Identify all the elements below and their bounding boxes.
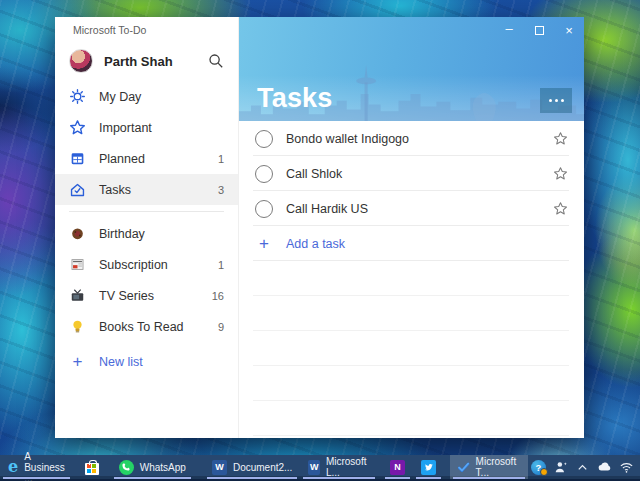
favorite-star-icon[interactable] bbox=[553, 131, 568, 146]
sidebar: Microsoft To-Do Parth Shah bbox=[55, 17, 238, 438]
favorite-star-icon[interactable] bbox=[553, 201, 568, 216]
help-icon[interactable]: ? bbox=[528, 455, 550, 479]
taskbar-button-whatsapp[interactable]: WhatsApp bbox=[111, 455, 194, 479]
sidebar-item-books-to-read[interactable]: Books To Read 9 bbox=[55, 311, 238, 342]
task-title: Bondo wallet Indigogo bbox=[286, 132, 553, 146]
task-list-pane: – × Tasks Bondo wallet Indigogo bbox=[238, 17, 584, 438]
sidebar-item-count: 1 bbox=[218, 153, 224, 165]
taskbar: || e A Business ... WhatsApp W Document2… bbox=[0, 455, 640, 481]
more-options-button[interactable] bbox=[540, 88, 572, 113]
task-title: Call Hardik US bbox=[286, 202, 553, 216]
list-title: Tasks bbox=[257, 83, 333, 114]
taskbar-button-label: Microsoft T... bbox=[476, 456, 520, 478]
sidebar-item-tasks[interactable]: Tasks 3 bbox=[55, 174, 238, 205]
newspaper-icon bbox=[69, 256, 86, 273]
onenote-icon: N bbox=[390, 460, 405, 475]
ellipsis-icon bbox=[549, 99, 552, 102]
maximize-icon bbox=[535, 26, 544, 35]
empty-row bbox=[239, 261, 584, 296]
sidebar-divider bbox=[69, 211, 224, 212]
taskbar-button-label: Microsoft L... bbox=[326, 456, 370, 478]
user-account-row[interactable]: Parth Shah bbox=[55, 43, 238, 79]
people-icon[interactable] bbox=[550, 455, 572, 479]
add-task-row[interactable]: + Add a task bbox=[239, 226, 584, 261]
sidebar-item-birthday[interactable]: Birthday bbox=[55, 218, 238, 249]
sidebar-item-label: Subscription bbox=[99, 258, 218, 272]
whatsapp-icon bbox=[119, 460, 134, 475]
plus-icon: + bbox=[69, 352, 86, 372]
sidebar-item-count: 9 bbox=[218, 321, 224, 333]
tv-icon bbox=[69, 287, 86, 304]
sidebar-item-label: Tasks bbox=[99, 183, 218, 197]
new-list-button[interactable]: + New list bbox=[55, 346, 238, 377]
window-title: Microsoft To-Do bbox=[55, 17, 238, 43]
taskbar-button-twitter[interactable] bbox=[413, 455, 444, 479]
complete-task-circle[interactable] bbox=[255, 130, 273, 148]
sidebar-item-label: Birthday bbox=[99, 227, 224, 241]
sidebar-item-label: Planned bbox=[99, 152, 218, 166]
list-header: – × Tasks bbox=[239, 17, 584, 121]
sidebar-item-count: 3 bbox=[218, 184, 224, 196]
sidebar-item-count: 1 bbox=[218, 259, 224, 271]
system-tray: ? bbox=[528, 455, 640, 479]
taskbar-button-label: WhatsApp bbox=[140, 462, 186, 473]
todo-app-window: Microsoft To-Do Parth Shah bbox=[55, 17, 584, 438]
star-icon bbox=[69, 119, 86, 136]
close-button[interactable]: × bbox=[554, 17, 584, 44]
todo-check-icon bbox=[458, 461, 470, 474]
desktop: Microsoft To-Do Parth Shah bbox=[0, 0, 640, 481]
taskbar-button-label: A Business ... bbox=[24, 451, 65, 481]
sidebar-item-label: My Day bbox=[99, 90, 224, 104]
task-row[interactable]: Call Shlok bbox=[239, 156, 584, 191]
empty-row bbox=[239, 296, 584, 331]
task-rows: Bondo wallet Indigogo Call Shlok Call Ha… bbox=[239, 121, 584, 438]
taskbar-button-edge[interactable]: e A Business ... bbox=[0, 455, 73, 479]
complete-task-circle[interactable] bbox=[255, 200, 273, 218]
word-icon: W bbox=[308, 460, 320, 475]
user-name: Parth Shah bbox=[104, 54, 208, 69]
favorite-star-icon[interactable] bbox=[553, 166, 568, 181]
sidebar-item-my-day[interactable]: My Day bbox=[55, 81, 238, 112]
sidebar-item-label: TV Series bbox=[99, 289, 212, 303]
plus-icon: + bbox=[255, 234, 273, 254]
home-check-icon bbox=[69, 181, 86, 198]
sidebar-item-label: Books To Read bbox=[99, 320, 218, 334]
sidebar-item-label: Important bbox=[99, 121, 224, 135]
sidebar-item-count: 16 bbox=[212, 290, 224, 302]
maximize-button[interactable] bbox=[524, 17, 554, 44]
taskbar-button-microsoft-todo[interactable]: Microsoft T... bbox=[450, 455, 528, 479]
chevron-up-icon[interactable] bbox=[572, 455, 594, 479]
minimize-button[interactable]: – bbox=[494, 17, 524, 44]
task-row[interactable]: Bondo wallet Indigogo bbox=[239, 121, 584, 156]
sidebar-item-tv-series[interactable]: TV Series 16 bbox=[55, 280, 238, 311]
custom-lists: Birthday Subscription 1 bbox=[55, 218, 238, 342]
task-row[interactable]: Call Hardik US bbox=[239, 191, 584, 226]
sidebar-item-subscription[interactable]: Subscription 1 bbox=[55, 249, 238, 280]
avatar[interactable] bbox=[69, 49, 93, 73]
calendar-icon bbox=[69, 150, 86, 167]
minimize-icon: – bbox=[505, 21, 512, 36]
new-list-label: New list bbox=[99, 355, 224, 369]
taskbar-button-word-microsoft-l[interactable]: W Microsoft L... bbox=[300, 455, 378, 479]
edge-icon: e bbox=[8, 459, 18, 475]
twitter-icon bbox=[421, 460, 436, 475]
word-icon: W bbox=[212, 460, 227, 475]
complete-task-circle[interactable] bbox=[255, 165, 273, 183]
taskbar-button-label: Document2... bbox=[233, 462, 292, 473]
search-icon[interactable] bbox=[208, 53, 224, 69]
taskbar-button-onenote[interactable]: N bbox=[382, 455, 413, 479]
cloud-icon[interactable] bbox=[594, 455, 616, 479]
sidebar-item-planned[interactable]: Planned 1 bbox=[55, 143, 238, 174]
window-controls: – × bbox=[494, 17, 584, 44]
wifi-icon[interactable] bbox=[616, 455, 638, 479]
sidebar-item-important[interactable]: Important bbox=[55, 112, 238, 143]
taskbar-button-word-document2[interactable]: W Document2... bbox=[204, 455, 300, 479]
add-task-label: Add a task bbox=[286, 237, 568, 251]
empty-row bbox=[239, 331, 584, 366]
taskbar-button-store[interactable] bbox=[77, 455, 107, 479]
empty-row bbox=[239, 366, 584, 401]
sun-icon bbox=[69, 88, 86, 105]
task-title: Call Shlok bbox=[286, 167, 553, 181]
close-icon: × bbox=[565, 23, 573, 38]
microsoft-store-icon bbox=[85, 463, 99, 475]
